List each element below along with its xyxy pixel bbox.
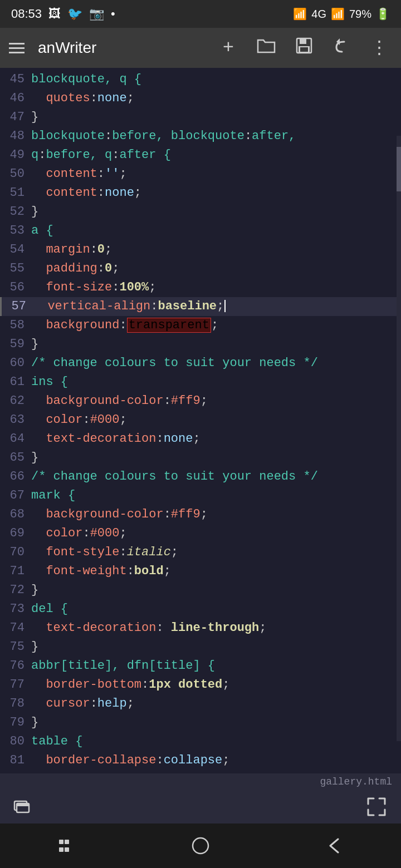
table-row: 78 cursor:help; xyxy=(0,694,401,713)
svg-rect-1 xyxy=(300,38,306,44)
line-number: 46 xyxy=(0,89,31,108)
line-number: 79 xyxy=(0,713,31,732)
line-content: /* change colours to suit your needs */ xyxy=(31,467,401,486)
table-row: 67mark { xyxy=(0,486,401,505)
table-row: 79} xyxy=(0,713,401,732)
line-number: 72 xyxy=(0,581,31,600)
scrollbar[interactable] xyxy=(397,136,401,741)
line-content: q:before, q:after { xyxy=(31,146,401,165)
line-number: 63 xyxy=(0,411,31,430)
dot-indicator: • xyxy=(111,7,115,21)
line-number: 69 xyxy=(0,524,31,543)
line-content: ins { xyxy=(31,373,401,392)
undo-button[interactable] xyxy=(330,36,354,60)
line-number: 82 xyxy=(0,770,31,773)
code-editor[interactable]: 45blockquote, q {46 quotes:none;47}48blo… xyxy=(0,68,401,773)
more-options-button[interactable]: ⋮ xyxy=(368,36,392,60)
line-content: table { xyxy=(31,732,401,751)
line-content: cursor:help; xyxy=(31,694,401,713)
line-content: } xyxy=(31,335,401,354)
line-content: color:#000; xyxy=(31,524,401,543)
expand-button[interactable] xyxy=(365,796,388,818)
table-row: 55 padding:0; xyxy=(0,259,401,278)
line-content: text-decoration: line-through; xyxy=(31,619,401,638)
more-icon: ⋮ xyxy=(370,37,389,59)
table-row: 80table { xyxy=(0,732,401,751)
status-right: 📶 4G 📶 79% 🔋 xyxy=(293,7,390,21)
table-row: 46 quotes:none; xyxy=(0,89,401,108)
table-row: 60/* change colours to suit your needs *… xyxy=(0,354,401,373)
status-bar: 08:53 🖼 🐦 📷 • 📶 4G 📶 79% 🔋 xyxy=(0,0,401,28)
table-row: 54 margin:0; xyxy=(0,240,401,259)
line-number: 55 xyxy=(0,259,31,278)
line-number: 67 xyxy=(0,486,31,505)
line-number: 50 xyxy=(0,165,31,184)
menu-button[interactable] xyxy=(9,43,25,53)
line-content: content:''; xyxy=(31,165,401,184)
line-content: } xyxy=(31,203,401,221)
photo-icon: 🖼 xyxy=(48,7,61,21)
line-number: 68 xyxy=(0,505,31,524)
nav-back-button[interactable] xyxy=(317,829,351,862)
scrollbar-thumb[interactable] xyxy=(397,147,401,191)
line-content: vertical-align:baseline; xyxy=(33,297,401,316)
instagram-icon: 📷 xyxy=(89,7,104,21)
line-content: } xyxy=(31,581,401,600)
line-number: 66 xyxy=(0,467,31,486)
table-row: 70 font-style:italic; xyxy=(0,543,401,562)
add-button[interactable]: + xyxy=(216,36,241,60)
multiwindow-button[interactable] xyxy=(13,797,36,817)
status-left: 08:53 🖼 🐦 📷 • xyxy=(11,7,115,21)
line-content: color:#000; xyxy=(31,411,401,430)
line-number: 71 xyxy=(0,562,31,581)
table-row: 45blockquote, q { xyxy=(0,70,401,89)
line-number: 78 xyxy=(0,694,31,713)
line-number: 77 xyxy=(0,675,31,694)
line-number: 48 xyxy=(0,127,31,146)
line-number: 73 xyxy=(0,600,31,619)
battery-label: 79% xyxy=(349,8,371,21)
svg-rect-3 xyxy=(300,47,308,52)
line-content: mark { xyxy=(31,486,401,505)
line-number: 45 xyxy=(0,70,31,89)
line-number: 57 xyxy=(2,297,33,316)
line-content: /* change colours to suit your needs */ xyxy=(31,354,401,373)
battery-icon: 🔋 xyxy=(376,7,390,21)
line-number: 61 xyxy=(0,373,31,392)
nav-bar xyxy=(0,823,401,868)
line-content: font-style:italic; xyxy=(31,543,401,562)
save-button[interactable] xyxy=(292,36,316,60)
table-row: 65} xyxy=(0,448,401,467)
svg-rect-9 xyxy=(59,847,63,852)
table-row: 73del { xyxy=(0,600,401,619)
line-content: blockquote, q { xyxy=(31,70,401,89)
line-content: margin:0; xyxy=(31,240,401,259)
undo-icon xyxy=(333,37,351,59)
table-row: 59} xyxy=(0,335,401,354)
line-content: } xyxy=(31,638,401,657)
table-row: 66/* change colours to suit your needs *… xyxy=(0,467,401,486)
line-content: abbr[title], dfn[title] { xyxy=(31,657,401,675)
table-row: 71 font-weight:bold; xyxy=(0,562,401,581)
line-content: a { xyxy=(31,221,401,240)
svg-rect-11 xyxy=(193,838,208,854)
svg-rect-7 xyxy=(59,840,63,844)
table-row: 48blockquote:before, blockquote:after, xyxy=(0,127,401,146)
nav-home-button[interactable] xyxy=(184,829,217,862)
open-file-button[interactable] xyxy=(254,36,278,60)
toolbar: anWriter + ⋮ xyxy=(0,28,401,68)
file-name-bar: gallery.html xyxy=(0,773,401,790)
line-number: 81 xyxy=(0,751,31,770)
table-row: 58 background:transparent; xyxy=(0,316,401,335)
nav-menu-button[interactable] xyxy=(50,829,84,862)
line-content: del { xyxy=(31,600,401,619)
line-content: } xyxy=(31,713,401,732)
line-number: 49 xyxy=(0,146,31,165)
code-area[interactable]: 45blockquote, q {46 quotes:none;47}48blo… xyxy=(0,68,401,773)
line-number: 80 xyxy=(0,732,31,751)
bottom-toolbar xyxy=(0,790,401,823)
table-row: 72} xyxy=(0,581,401,600)
line-number: 59 xyxy=(0,335,31,354)
table-row: 77 border-bottom:1px dotted; xyxy=(0,675,401,694)
line-content: content:none; xyxy=(31,184,401,203)
